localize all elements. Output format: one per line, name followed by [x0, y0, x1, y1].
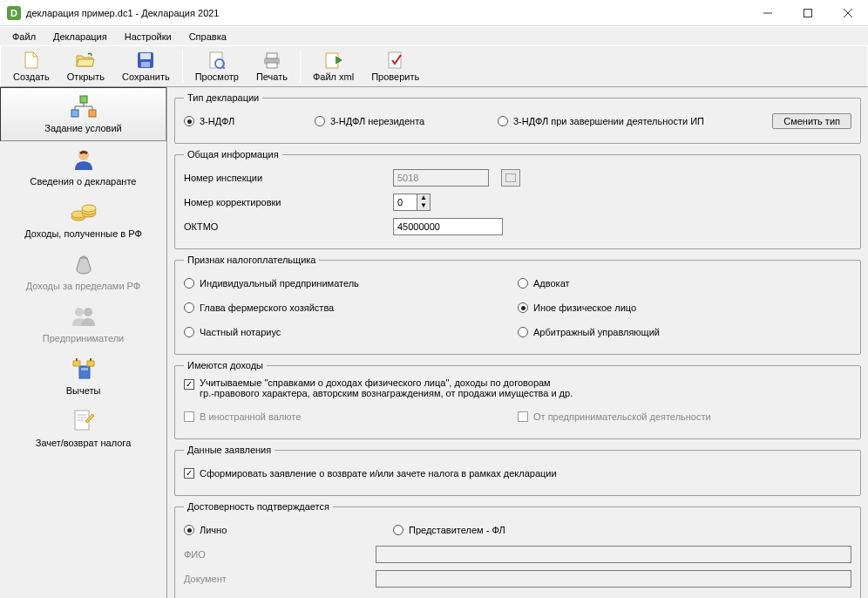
toolbar-print[interactable]: Печать: [249, 49, 295, 84]
svg-rect-7: [267, 53, 277, 58]
correction-input[interactable]: [393, 194, 417, 211]
fio-input: [376, 546, 851, 563]
menu-file[interactable]: Файл: [5, 30, 43, 44]
radio-3ndfl[interactable]: 3-НДФЛ: [184, 116, 315, 126]
toolbar-save[interactable]: Сохранить: [115, 49, 177, 84]
menu-settings[interactable]: Настройки: [118, 30, 179, 44]
toolbar-print-label: Печать: [256, 71, 288, 82]
conditions-icon: [69, 93, 98, 119]
radio-ip[interactable]: Индивидуальный предприниматель: [184, 278, 359, 289]
coins-icon: [69, 199, 98, 225]
svg-point-21: [84, 308, 92, 316]
toolbar-preview-label: Просмотр: [195, 71, 239, 82]
correction-spinner[interactable]: ▲▼: [417, 194, 431, 211]
sidebar-item-label: Доходы за пределами РФ: [26, 281, 140, 291]
sidebar-item-declarant[interactable]: Сведения о декларанте: [0, 141, 166, 194]
toolbar-save-label: Сохранить: [122, 71, 170, 82]
radio-3ndfl-nonres[interactable]: 3-НДФЛ нерезидента: [315, 116, 498, 126]
svg-rect-10: [389, 52, 401, 68]
svg-rect-13: [89, 110, 96, 117]
sidebar-item-deductions[interactable]: Вычеты: [0, 350, 166, 403]
svg-rect-11: [80, 96, 87, 103]
correction-label: Номер корректировки: [184, 197, 393, 207]
check-form-application[interactable]: Сформировать заявление о возврате и/или …: [184, 468, 557, 479]
preview-icon: [207, 51, 227, 70]
sidebar-item-label: Зачет/возврат налога: [36, 438, 132, 448]
sidebar-item-entrepreneurs[interactable]: Предприниматели: [0, 298, 166, 350]
radio-farm[interactable]: Глава фермерского хозяйства: [184, 302, 334, 313]
oktmo-label: ОКТМО: [184, 221, 393, 232]
svg-rect-8: [267, 63, 277, 68]
sidebar-item-refund[interactable]: Зачет/возврат налога: [0, 403, 166, 455]
minimize-button[interactable]: [748, 0, 788, 26]
radio-representative[interactable]: Представителем - ФЛ: [393, 525, 851, 535]
maximize-button[interactable]: [788, 0, 828, 26]
svg-rect-23: [81, 368, 88, 370]
toolbar-open[interactable]: Открыть: [60, 49, 112, 84]
check-icon: [386, 51, 405, 70]
document-pencil-icon: [69, 408, 98, 434]
sidebar-item-label: Задание условий: [44, 123, 121, 133]
sidebar-item-income-foreign[interactable]: Доходы за пределами РФ: [0, 246, 166, 298]
window-title: декларация пример.dc1 - Декларация 2021: [26, 8, 748, 18]
print-icon: [262, 51, 281, 70]
sidebar-item-conditions[interactable]: Задание условий: [0, 87, 166, 141]
toolbar-create-label: Создать: [13, 71, 50, 82]
svg-point-19: [82, 205, 96, 212]
inspection-label: Номер инспекции: [184, 173, 393, 183]
check-income-ref[interactable]: Учитываемые "справками о доходах физичес…: [184, 377, 573, 398]
menu-bar: Файл Декларация Настройки Справка: [0, 26, 868, 45]
radio-self[interactable]: Лично: [184, 525, 393, 535]
oktmo-input[interactable]: [393, 218, 503, 235]
application-legend: Данные заявления: [184, 445, 275, 455]
svg-rect-0: [804, 9, 812, 17]
radio-3ndfl-ip[interactable]: 3-НДФЛ при завершении деятельности ИП: [498, 116, 772, 126]
taxpayer-legend: Признак налогоплательщика: [184, 255, 319, 265]
sidebar-item-label: Сведения о декларанте: [31, 176, 137, 187]
toolbar-xml[interactable]: Файл xml: [306, 49, 361, 84]
svg-point-20: [75, 308, 84, 316]
fio-label: ФИО: [184, 549, 376, 560]
change-type-button[interactable]: Сменить тип: [772, 113, 851, 129]
people-icon: [69, 303, 98, 330]
trust-legend: Достоверность подтверждается: [184, 501, 333, 512]
sidebar-item-label: Доходы, полученные в РФ: [24, 228, 142, 239]
toolbar-preview[interactable]: Просмотр: [188, 49, 246, 84]
close-button[interactable]: [828, 0, 868, 26]
deductions-icon: [69, 356, 98, 382]
folder-open-icon: [76, 51, 95, 70]
menu-declaration[interactable]: Декларация: [46, 30, 114, 44]
sidebar-item-label: Предприниматели: [43, 333, 124, 343]
inspection-input[interactable]: [393, 169, 489, 187]
xml-file-icon: [324, 51, 343, 70]
toolbar-check[interactable]: Проверить: [364, 49, 426, 84]
svg-rect-25: [506, 174, 516, 182]
doc-input: [376, 570, 851, 588]
income-legend: Имеются доходы: [184, 360, 267, 370]
svg-rect-12: [71, 110, 78, 117]
new-file-icon: [22, 51, 41, 70]
radio-other-person[interactable]: Иное физическое лицо: [518, 302, 636, 313]
svg-rect-2: [140, 53, 151, 59]
toolbar-check-label: Проверить: [371, 71, 419, 82]
svg-rect-3: [141, 62, 150, 67]
menu-help[interactable]: Справка: [182, 30, 234, 44]
toolbar-open-label: Открыть: [67, 71, 105, 82]
save-icon: [136, 51, 155, 70]
money-bag-icon: [69, 251, 98, 277]
radio-notary[interactable]: Частный нотариус: [184, 327, 281, 337]
toolbar-xml-label: Файл xml: [313, 71, 354, 82]
check-foreign-currency: В иностранной валюте: [184, 411, 518, 422]
sidebar-item-income-rf[interactable]: Доходы, полученные в РФ: [0, 194, 166, 246]
doc-label: Документ: [184, 574, 376, 584]
radio-arbitration[interactable]: Арбитражный управляющий: [518, 327, 660, 337]
person-icon: [69, 146, 98, 173]
toolbar-create[interactable]: Создать: [6, 49, 57, 84]
radio-advocate[interactable]: Адвокат: [518, 278, 570, 289]
general-legend: Общая информация: [184, 149, 282, 160]
check-entrepreneur-activity: От предпринимательской деятельности: [518, 411, 851, 422]
decl-type-legend: Тип декларации: [184, 92, 262, 103]
inspection-lookup-button[interactable]: [501, 169, 520, 187]
sidebar-item-label: Вычеты: [66, 385, 101, 396]
app-icon: D: [7, 6, 21, 20]
